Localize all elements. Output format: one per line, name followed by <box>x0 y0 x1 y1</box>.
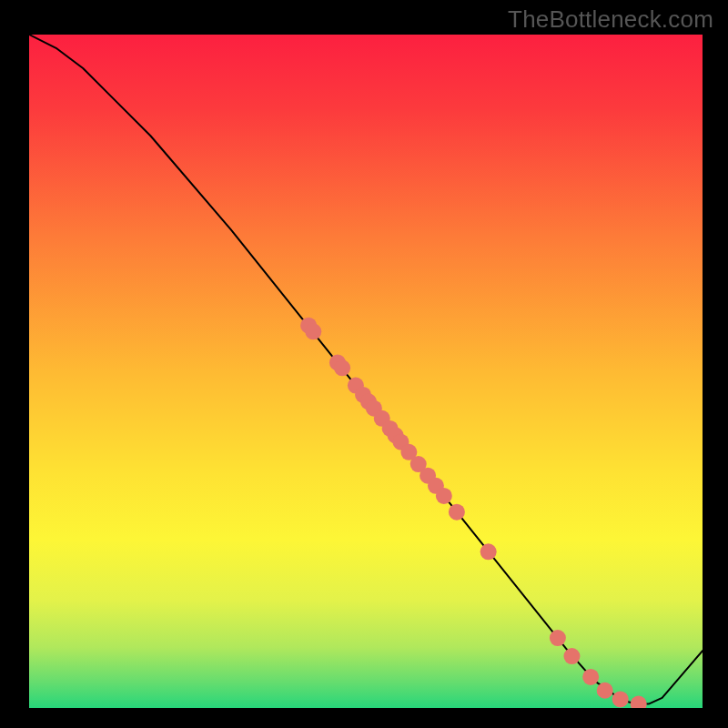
watermark-text: TheBottleneck.com <box>508 5 713 34</box>
plot-area <box>29 35 703 708</box>
data-point <box>480 543 497 560</box>
data-point <box>334 359 350 376</box>
data-point <box>563 648 580 664</box>
data-point <box>305 323 321 339</box>
data-point <box>550 630 566 646</box>
data-point <box>436 488 452 504</box>
data-point <box>449 504 465 521</box>
data-point <box>612 691 629 707</box>
chart-container: TheBottleneck.com <box>0 0 728 728</box>
data-point <box>582 669 599 685</box>
gradient-background <box>29 35 703 708</box>
chart-svg <box>29 35 703 708</box>
data-point <box>597 682 613 699</box>
